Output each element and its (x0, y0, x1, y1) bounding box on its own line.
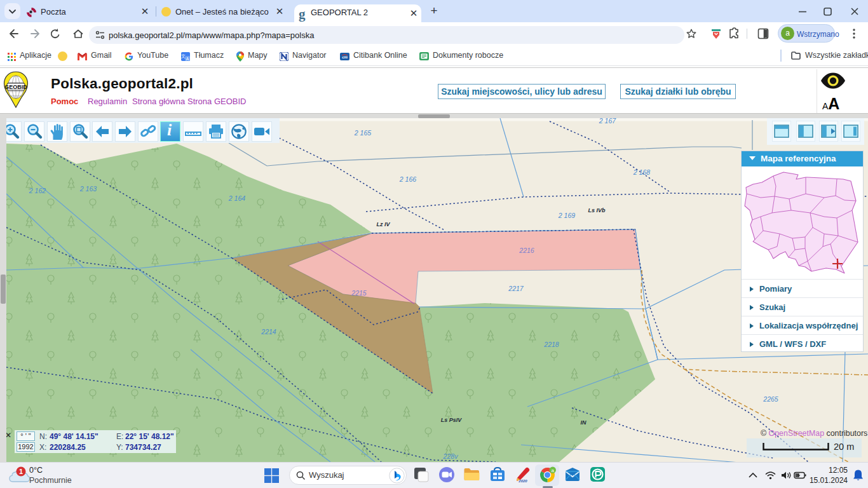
svg-text:2020: 2020 (518, 479, 527, 483)
svg-text:文: 文 (181, 53, 186, 58)
svg-text:2215: 2215 (351, 289, 367, 297)
svg-text:2218: 2218 (543, 341, 559, 348)
svg-text:2 168: 2 168 (633, 168, 650, 176)
svg-text:Ls PsIV: Ls PsIV (441, 417, 463, 423)
svg-text:2 166: 2 166 (399, 175, 416, 183)
svg-text:2 164: 2 164 (228, 194, 245, 202)
svg-text:A: A (186, 57, 189, 61)
svg-text:2 163: 2 163 (79, 185, 97, 193)
svg-text:Lz IV: Lz IV (376, 221, 390, 227)
svg-text:228v: 228v (443, 452, 459, 460)
svg-text:Ls IVb: Ls IVb (588, 207, 606, 214)
svg-text:2216: 2216 (519, 247, 534, 254)
svg-text:GEOBID: GEOBID (4, 84, 27, 90)
svg-text:IN: IN (581, 419, 587, 426)
svg-text:2 167: 2 167 (599, 118, 616, 125)
svg-text:2 162: 2 162 (29, 187, 46, 194)
svg-text:2265: 2265 (763, 395, 778, 403)
svg-text:1: 1 (19, 468, 23, 475)
svg-text:2217: 2217 (508, 285, 524, 292)
svg-text:a: a (552, 468, 555, 473)
svg-text:2 169: 2 169 (558, 212, 575, 219)
svg-text:2 165: 2 165 (354, 129, 371, 137)
svg-text:2214: 2214 (261, 328, 276, 336)
